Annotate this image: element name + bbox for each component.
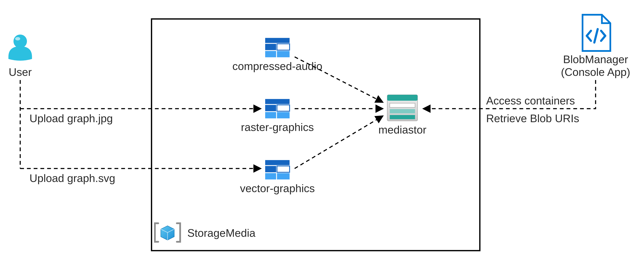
edge-upload-svg: Upload graph.svg [20, 168, 261, 184]
edge-upload-svg-label: Upload graph.svg [30, 172, 115, 184]
edge-upload-jpg-label: Upload graph.jpg [30, 112, 113, 124]
svg-rect-11 [265, 99, 290, 104]
svg-rect-6 [265, 38, 290, 43]
svg-rect-17 [265, 166, 276, 172]
svg-rect-13 [277, 105, 290, 111]
svg-rect-14 [265, 112, 276, 118]
edge-blobmanager-to-mediastor: Access containers Retrieve Blob URIs [423, 80, 596, 124]
container-vector-graphics-label: vector-graphics [240, 182, 315, 194]
blobmanager-actor: BlobManager (Console App) [561, 15, 630, 78]
user-actor: User [8, 35, 32, 78]
container-compressed-audio-label: compressed-audio [232, 60, 322, 72]
svg-rect-7 [265, 44, 276, 50]
edge-compressed-audio-to-mediastor [295, 57, 383, 102]
storage-account-mediastor: mediastor [378, 95, 426, 136]
svg-rect-3 [152, 19, 480, 250]
blobmanager-label-line1: BlobManager [563, 53, 628, 65]
svg-point-0 [14, 35, 27, 48]
code-file-icon [582, 15, 610, 51]
container-icon [265, 99, 290, 118]
svg-rect-18 [277, 166, 290, 172]
svg-rect-16 [265, 160, 290, 165]
svg-rect-8 [277, 44, 290, 50]
storage-account-label: mediastor [378, 124, 426, 136]
user-label: User [8, 66, 32, 78]
svg-rect-24 [390, 109, 415, 113]
container-raster-graphics: raster-graphics [241, 99, 314, 133]
resource-group-icon [155, 223, 180, 242]
edge-retrieve-blob-uris-label: Retrieve Blob URIs [486, 112, 579, 124]
container-vector-graphics: vector-graphics [240, 160, 315, 194]
svg-rect-15 [277, 112, 290, 118]
user-icon [8, 35, 32, 61]
svg-rect-22 [387, 95, 418, 101]
blobmanager-label-line2: (Console App) [561, 66, 630, 78]
svg-point-1 [15, 37, 20, 41]
edge-upload-jpg: Upload graph.jpg [20, 109, 261, 124]
svg-rect-20 [277, 173, 290, 180]
container-icon [265, 160, 290, 179]
container-compressed-audio: compressed-audio [232, 38, 322, 72]
architecture-diagram: User BlobManager (Console App) StorageMe… [0, 0, 644, 265]
resource-group-box: StorageMedia [152, 19, 480, 250]
svg-rect-25 [390, 115, 415, 119]
svg-rect-12 [265, 105, 276, 111]
svg-rect-10 [277, 51, 290, 57]
container-icon [265, 38, 290, 57]
svg-rect-9 [265, 51, 276, 57]
container-raster-graphics-label: raster-graphics [241, 121, 314, 133]
resource-group-label: StorageMedia [187, 227, 256, 239]
svg-rect-19 [265, 173, 276, 180]
storage-account-icon [387, 95, 418, 121]
svg-rect-23 [390, 103, 415, 108]
edge-access-containers-label: Access containers [486, 95, 575, 107]
